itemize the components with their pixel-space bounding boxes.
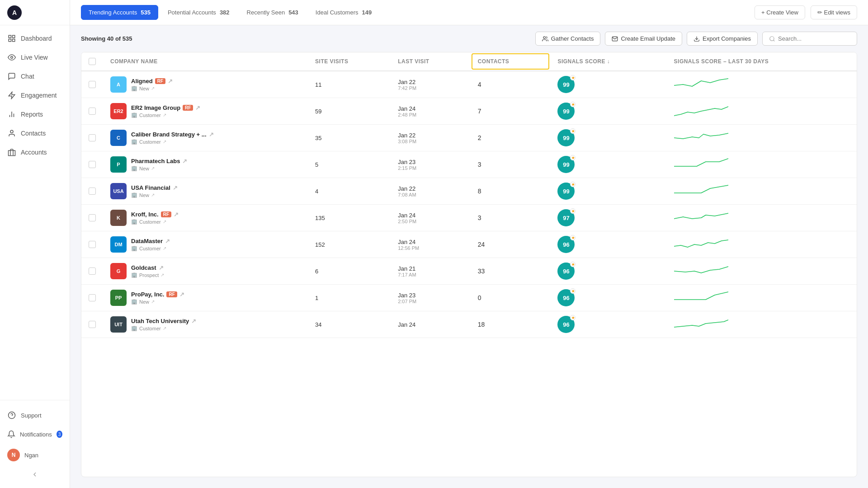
sidebar-item-notifications[interactable]: Notifications 3 bbox=[0, 425, 70, 444]
sub-link-icon[interactable]: ↗ bbox=[163, 246, 166, 251]
row-checkbox[interactable] bbox=[89, 214, 96, 221]
create-view-button[interactable]: + Create View bbox=[755, 5, 805, 19]
sub-link-icon[interactable]: ↗ bbox=[151, 86, 155, 91]
row-site-visits-cell: 1 bbox=[308, 285, 391, 311]
sidebar-bottom: Support Notifications 3 N Ngan bbox=[0, 400, 70, 488]
row-checkbox[interactable] bbox=[89, 134, 96, 141]
contacts-value: 8 bbox=[478, 188, 481, 195]
score-star: ★ bbox=[570, 155, 576, 160]
company-sub-label: New bbox=[139, 299, 149, 305]
external-link-icon[interactable]: ↗ bbox=[209, 131, 214, 138]
score-circle: 96 ★ bbox=[557, 236, 575, 253]
export-button[interactable]: Export Companies bbox=[687, 32, 758, 46]
external-link-icon[interactable]: ↗ bbox=[159, 264, 164, 271]
row-checkbox[interactable] bbox=[89, 267, 96, 275]
company-name: DataMaster ↗ bbox=[131, 238, 170, 244]
company-sub: 🏢 Customer ↗ bbox=[131, 139, 214, 145]
row-last-visit-cell: Jan 23 2:15 PM bbox=[391, 151, 470, 178]
building-small-icon: 🏢 bbox=[131, 192, 137, 198]
external-link-icon[interactable]: ↗ bbox=[191, 318, 196, 324]
tab-potential[interactable]: Potential Accounts 382 bbox=[160, 5, 237, 20]
logo-icon: A bbox=[7, 5, 22, 20]
row-checkbox-cell bbox=[81, 258, 103, 285]
external-link-icon[interactable]: ↗ bbox=[174, 211, 179, 218]
company-name: Utah Tech University ↗ bbox=[131, 318, 196, 324]
sub-link-icon[interactable]: ↗ bbox=[151, 166, 155, 171]
external-link-icon[interactable]: ↗ bbox=[182, 158, 187, 164]
sidebar-item-support[interactable]: Support bbox=[0, 406, 70, 425]
sidebar-item-engagement[interactable]: Engagement bbox=[0, 86, 70, 105]
score-circle: 99 ★ bbox=[557, 156, 575, 173]
search-input[interactable] bbox=[778, 35, 850, 42]
row-checkbox[interactable] bbox=[89, 108, 96, 115]
collapse-button[interactable] bbox=[0, 466, 70, 483]
sidebar-item-dashboard[interactable]: Dashboard bbox=[0, 29, 70, 48]
score-circle: 96 ★ bbox=[557, 289, 575, 306]
row-checkbox[interactable] bbox=[89, 161, 96, 168]
company-info: DataMaster ↗ 🏢 Customer ↗ bbox=[131, 238, 170, 251]
tab-ideal[interactable]: Ideal Customers 149 bbox=[308, 5, 379, 20]
create-email-button[interactable]: Create Email Update bbox=[605, 32, 682, 46]
site-visits-value: 6 bbox=[315, 268, 318, 275]
row-checkbox[interactable] bbox=[89, 241, 96, 248]
sidebar-item-contacts[interactable]: Contacts bbox=[0, 124, 70, 143]
sub-link-icon[interactable]: ↗ bbox=[151, 192, 155, 197]
score-circle: 99 ★ bbox=[557, 183, 575, 200]
sub-link-icon[interactable]: ↗ bbox=[163, 219, 166, 224]
sidebar-item-reports[interactable]: Reports bbox=[0, 105, 70, 124]
sidebar-item-accounts[interactable]: Accounts bbox=[0, 143, 70, 162]
sub-link-icon[interactable]: ↗ bbox=[163, 326, 166, 331]
score-star: ★ bbox=[570, 102, 576, 107]
row-site-visits-cell: 5 bbox=[308, 151, 391, 178]
score-circle: 96 ★ bbox=[557, 263, 575, 280]
row-chart-cell bbox=[667, 178, 857, 205]
building-small-icon: 🏢 bbox=[131, 299, 137, 305]
company-sub-label: New bbox=[139, 166, 149, 171]
row-checkbox[interactable] bbox=[89, 294, 96, 301]
company-info: USA Financial ↗ 🏢 New ↗ bbox=[131, 184, 178, 198]
row-company-cell: PP ProPay, Inc. RF ↗ 🏢 New ↗ bbox=[103, 285, 308, 311]
score-circle: 96 ★ bbox=[557, 316, 575, 333]
showing-text: Showing 40 of 535 bbox=[81, 35, 531, 42]
row-site-visits-cell: 152 bbox=[308, 231, 391, 258]
row-checkbox[interactable] bbox=[89, 188, 96, 195]
row-site-visits-cell: 59 bbox=[308, 98, 391, 125]
sub-link-icon[interactable]: ↗ bbox=[151, 299, 155, 304]
row-checkbox-cell bbox=[81, 231, 103, 258]
row-checkbox[interactable] bbox=[89, 321, 96, 328]
company-info: Aligned RF ↗ 🏢 New ↗ bbox=[131, 78, 173, 91]
external-link-icon[interactable]: ↗ bbox=[195, 104, 200, 111]
sidebar-item-user[interactable]: N Ngan bbox=[0, 444, 70, 466]
row-site-visits-cell: 135 bbox=[308, 205, 391, 231]
row-checkbox[interactable] bbox=[89, 81, 96, 88]
row-last-visit-cell: Jan 24 12:56 PM bbox=[391, 231, 470, 258]
contacts-value: 7 bbox=[478, 108, 481, 115]
last-visit-date: Jan 24 bbox=[398, 321, 463, 328]
search-box[interactable] bbox=[762, 32, 857, 46]
sub-link-icon[interactable]: ↗ bbox=[160, 272, 164, 277]
export-label: Export Companies bbox=[703, 35, 751, 42]
external-link-icon[interactable]: ↗ bbox=[165, 238, 170, 244]
external-link-icon[interactable]: ↗ bbox=[179, 291, 184, 298]
svg-rect-0 bbox=[9, 35, 11, 38]
sidebar-item-live-view[interactable]: Live View bbox=[0, 48, 70, 67]
external-link-icon[interactable]: ↗ bbox=[173, 184, 178, 191]
select-all-checkbox[interactable] bbox=[89, 58, 96, 65]
sub-link-icon[interactable]: ↗ bbox=[163, 139, 166, 144]
sidebar-item-chat[interactable]: Chat bbox=[0, 67, 70, 86]
gather-contacts-button[interactable]: Gather Contacts bbox=[535, 32, 601, 46]
company-sub: 🏢 New ↗ bbox=[131, 165, 187, 171]
edit-views-button[interactable]: ✏ Edit views bbox=[811, 5, 857, 19]
company-logo: DM bbox=[110, 236, 127, 253]
building-small-icon: 🏢 bbox=[131, 219, 137, 225]
tab-recently[interactable]: Recently Seen 543 bbox=[239, 5, 306, 20]
tab-ideal-label: Ideal Customers bbox=[316, 9, 359, 16]
external-link-icon[interactable]: ↗ bbox=[168, 78, 173, 84]
score-star: ★ bbox=[570, 288, 576, 294]
tab-trending[interactable]: Trending Accounts 535 bbox=[81, 5, 158, 20]
svg-point-15 bbox=[770, 36, 774, 40]
row-site-visits-cell: 4 bbox=[308, 178, 391, 205]
row-company-cell: USA USA Financial ↗ 🏢 New ↗ bbox=[103, 178, 308, 205]
sub-link-icon[interactable]: ↗ bbox=[163, 113, 166, 117]
row-company-cell: DM DataMaster ↗ 🏢 Customer ↗ bbox=[103, 231, 308, 258]
